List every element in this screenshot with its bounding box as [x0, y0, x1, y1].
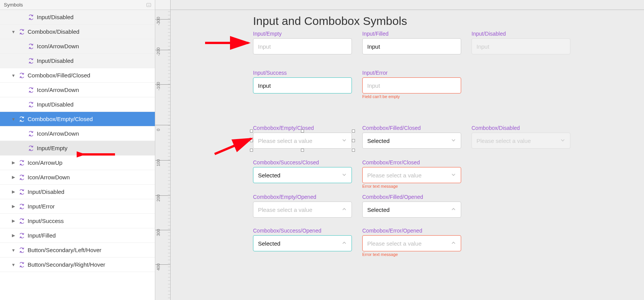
panel-collapse-icon[interactable] — [146, 3, 151, 7]
label-cbx-success-opened: Combobox/Success/Opened — [253, 228, 321, 234]
chevron-up-icon — [451, 240, 456, 247]
combobox-empty-opened[interactable]: Please select a value — [253, 202, 352, 218]
layer-row[interactable]: ▶Icon/ArrowDown — [0, 170, 155, 185]
symbol-icon — [18, 116, 25, 122]
cbx-error-closed-msg: Error text message — [362, 184, 398, 189]
chevron-down-icon — [342, 138, 347, 144]
layer-row[interactable]: ▶Input/Disabled — [0, 185, 155, 199]
cbx-error-closed-placeholder: Please select a value — [367, 172, 451, 179]
label-input-filled: Input/Filled — [362, 31, 388, 37]
label-input-empty: Input/Empty — [253, 31, 282, 37]
combobox-error-opened[interactable]: Please select a value — [362, 235, 461, 251]
symbol-icon — [28, 146, 34, 151]
layer-row[interactable]: ▼Combobox/Filled/Closed — [0, 68, 155, 83]
ruler-tick-label: 300 — [156, 226, 161, 236]
layer-row[interactable]: ▶Input/Error — [0, 199, 155, 214]
combobox-error-closed[interactable]: Please select a value — [362, 167, 461, 183]
layer-label: Combobox/Filled/Closed — [28, 72, 90, 79]
layer-row[interactable]: Input/Disabled — [0, 97, 155, 112]
input-filled[interactable]: Input — [362, 38, 461, 54]
combobox-filled-closed[interactable]: Selected — [362, 133, 461, 149]
disclosure-triangle-icon[interactable]: ▶ — [11, 233, 16, 238]
label-cbx-filled-closed: Combobox/Filled/Closed — [362, 125, 421, 131]
input-error[interactable]: Input — [362, 77, 461, 93]
label-cbx-disabled: Combobox/Disabled — [472, 125, 520, 131]
svg-line-1 — [215, 139, 251, 154]
combobox-disabled: Please select a value — [472, 133, 570, 149]
combobox-success-opened[interactable]: Selected — [253, 235, 352, 251]
cbx-error-opened-msg: Error text message — [362, 252, 398, 257]
disclosure-triangle-icon[interactable]: ▼ — [11, 30, 16, 34]
panel-header[interactable]: Symbols — [0, 0, 155, 10]
chevron-down-icon — [451, 138, 456, 144]
disclosure-triangle-icon[interactable]: ▶ — [11, 189, 16, 194]
ruler-origin-icon — [155, 0, 170, 10]
layer-row[interactable]: Input/Empty — [0, 141, 155, 156]
ruler-tick-label: -300 — [156, 15, 161, 25]
disclosure-triangle-icon[interactable]: ▼ — [11, 248, 16, 252]
chevron-up-icon — [342, 207, 347, 213]
layer-row[interactable]: Icon/ArrowDown — [0, 126, 155, 141]
layer-label: Icon/ArrowDown — [37, 87, 79, 93]
input-disabled: Input — [472, 38, 570, 54]
cbx-empty-opened-placeholder: Please select a value — [258, 207, 342, 213]
horizontal-ruler — [171, 0, 644, 10]
combobox-empty-closed[interactable]: Please select a value — [253, 133, 352, 149]
disclosure-triangle-icon[interactable]: ▼ — [11, 117, 16, 121]
chevron-down-icon — [342, 172, 347, 179]
layer-row[interactable]: ▼Button/Secondary/Left/Hover — [0, 243, 155, 257]
annotation-arrow-icon — [203, 35, 253, 51]
layer-row[interactable]: ▼Combobox/Empty/Closed — [0, 112, 155, 126]
label-input-error: Input/Error — [362, 70, 388, 76]
layer-label: Button/Secondary/Left/Hover — [28, 247, 102, 253]
input-success[interactable]: Input — [253, 77, 352, 93]
disclosure-triangle-icon[interactable]: ▼ — [11, 262, 16, 267]
ruler-tick-label: 400 — [156, 261, 161, 270]
layer-row[interactable]: ▼Combobox/Disabled — [0, 25, 155, 39]
symbol-icon — [18, 189, 25, 195]
disclosure-triangle-icon[interactable]: ▼ — [11, 73, 16, 78]
symbol-icon — [18, 218, 25, 224]
label-cbx-error-opened: Combobox/Error/Opened — [362, 228, 422, 234]
disclosure-triangle-icon[interactable]: ▶ — [11, 218, 16, 223]
layer-label: Input/Empty — [37, 145, 67, 151]
disclosure-triangle-icon[interactable]: ▶ — [11, 204, 16, 209]
cbx-success-opened-value: Selected — [258, 240, 342, 247]
symbol-icon — [18, 29, 25, 34]
layer-row[interactable]: Input/Disabled — [0, 10, 155, 25]
label-cbx-success-closed: Combobox/Success/Closed — [253, 159, 319, 166]
symbol-icon — [18, 160, 25, 166]
layer-row[interactable]: ▼Button/Secondary/Right/Hover — [0, 257, 155, 272]
layers-panel: Symbols Input/Disabled▼Combobox/Disabled… — [0, 0, 155, 300]
layer-label: Input/Filled — [28, 232, 56, 239]
layer-row[interactable]: ▶Input/Success — [0, 214, 155, 228]
input-success-value: Input — [258, 82, 347, 89]
input-disabled-placeholder: Input — [476, 43, 565, 50]
ruler-tick-label: 0 — [156, 121, 161, 131]
chevron-down-icon — [560, 138, 565, 144]
layer-row[interactable]: ▶Input/Filled — [0, 228, 155, 243]
layer-label: Input/Disabled — [28, 189, 64, 195]
canvas[interactable]: Input and Combobox Symbols Input/Empty I… — [171, 10, 644, 300]
layer-label: Input/Success — [28, 218, 64, 224]
cbx-success-closed-value: Selected — [258, 172, 342, 179]
input-empty-placeholder: Input — [258, 43, 347, 50]
combobox-success-closed[interactable]: Selected — [253, 167, 352, 183]
symbol-icon — [28, 15, 34, 20]
disclosure-triangle-icon[interactable]: ▶ — [11, 160, 16, 165]
layer-row[interactable]: Icon/ArrowDown — [0, 39, 155, 54]
symbol-icon — [28, 87, 34, 93]
layer-row[interactable]: ▶Icon/ArrowUp — [0, 156, 155, 170]
label-cbx-error-closed: Combobox/Error/Closed — [362, 159, 420, 166]
chevron-up-icon — [451, 207, 456, 213]
disclosure-triangle-icon[interactable]: ▶ — [11, 175, 16, 180]
cbx-disabled-placeholder: Please select a value — [476, 138, 560, 144]
symbol-icon — [18, 73, 25, 78]
label-cbx-filled-opened: Combobox/Filled/Opened — [362, 194, 423, 200]
input-error-msg: Field can't be empty — [362, 94, 400, 99]
layer-row[interactable]: Input/Disabled — [0, 54, 155, 68]
combobox-filled-opened[interactable]: Selected — [362, 202, 461, 218]
input-empty[interactable]: Input — [253, 38, 352, 54]
page-title: Input and Combobox Symbols — [253, 15, 407, 28]
layer-row[interactable]: Icon/ArrowDown — [0, 83, 155, 97]
